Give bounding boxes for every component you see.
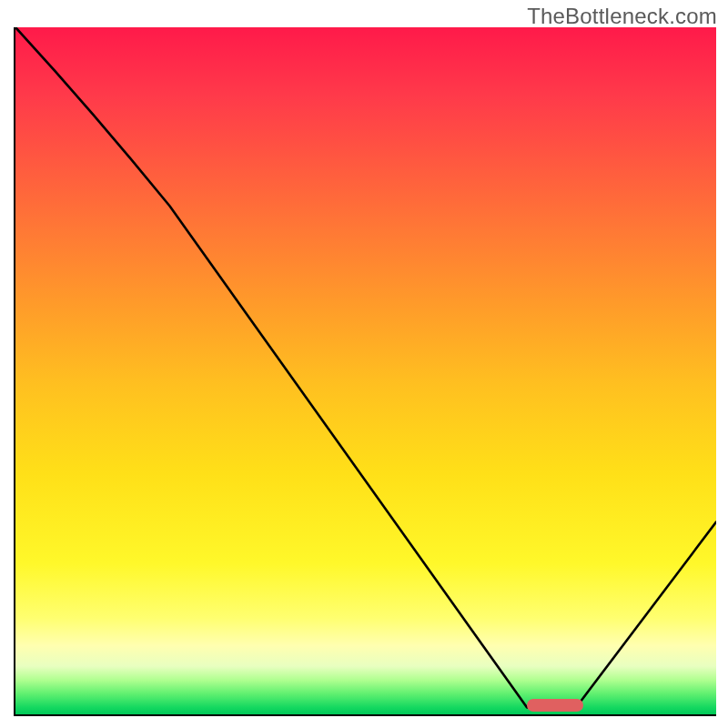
watermark-label: TheBottleneck.com bbox=[527, 4, 717, 29]
curve-path bbox=[15, 27, 716, 709]
chart-container: TheBottleneck.com bbox=[0, 0, 728, 728]
optimum-marker bbox=[527, 699, 583, 712]
bottleneck-curve bbox=[15, 27, 716, 714]
plot-area bbox=[14, 27, 716, 716]
